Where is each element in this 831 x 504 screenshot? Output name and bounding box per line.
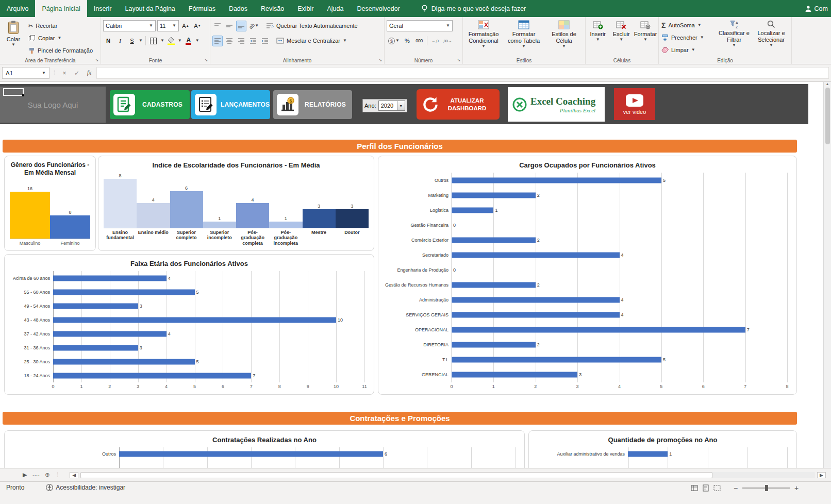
- increase-font-button[interactable]: A▲: [180, 21, 191, 31]
- new-sheet-button[interactable]: ⊕: [45, 472, 49, 478]
- scroll-right-icon[interactable]: ▶: [817, 472, 826, 478]
- scroll-left-icon[interactable]: ◀: [70, 472, 78, 478]
- relatorios-button[interactable]: $ RELATÓRIOS: [273, 90, 352, 119]
- conditional-formatting-button[interactable]: Formatação Condicional ▼: [464, 18, 503, 56]
- lancamentos-button[interactable]: LANÇAMENTOS: [191, 90, 270, 119]
- scroll-up-icon[interactable]: ▲: [826, 82, 829, 86]
- accessibility-status[interactable]: Acessibilidade: investigar: [46, 484, 125, 491]
- chevron-down-icon[interactable]: ▼: [139, 39, 143, 43]
- align-bottom-button[interactable]: [236, 21, 246, 31]
- cut-button[interactable]: ✂Recortar: [27, 20, 94, 31]
- zoom-in-button[interactable]: +: [793, 484, 800, 492]
- insert-cells-button[interactable]: Inserir ▼: [587, 18, 609, 56]
- scrollbar-thumb[interactable]: [80, 472, 712, 478]
- tell-me-search[interactable]: Diga-me o que você deseja fazer: [415, 0, 532, 17]
- zoom-slider[interactable]: [742, 488, 790, 489]
- underline-button[interactable]: S: [127, 36, 137, 46]
- vertical-scrollbar[interactable]: ▲: [823, 82, 831, 468]
- autosum-button[interactable]: ΣAutoSoma▼: [660, 20, 716, 31]
- horizontal-scrollbar[interactable]: ◀ ▶: [70, 472, 826, 478]
- page-break-view-button[interactable]: [713, 484, 721, 492]
- align-middle-button[interactable]: [224, 21, 235, 31]
- value-label: 0: [453, 223, 456, 228]
- tab-dados[interactable]: Dados: [222, 0, 254, 17]
- chevron-down-icon[interactable]: ▼: [195, 39, 200, 43]
- normal-view-button[interactable]: [691, 484, 698, 492]
- name-box[interactable]: A1▼: [2, 67, 49, 79]
- number-format-select[interactable]: Geral▼: [387, 20, 453, 31]
- cell-styles-button[interactable]: Estilos de Célula ▼: [544, 18, 584, 56]
- format-cells-button[interactable]: Formatar ▼: [634, 18, 657, 56]
- decrease-decimal-button[interactable]: ,00→: [442, 36, 453, 46]
- italic-button[interactable]: I: [115, 36, 125, 46]
- increase-decimal-button[interactable]: ←,0: [430, 36, 440, 46]
- font-color-button[interactable]: A: [184, 36, 194, 46]
- percent-format-button[interactable]: %: [402, 36, 412, 46]
- ver-video-button[interactable]: ver video: [614, 88, 655, 120]
- delete-cells-button[interactable]: Excluir ▼: [610, 18, 633, 56]
- borders-button[interactable]: [148, 36, 159, 46]
- tab-ajuda[interactable]: Ajuda: [320, 0, 350, 17]
- orientation-button[interactable]: ab▼: [248, 21, 260, 31]
- decrease-indent-button[interactable]: [248, 36, 258, 46]
- page-layout-view-button[interactable]: [702, 484, 709, 492]
- bar-row: Outros6: [10, 447, 519, 461]
- tab-inserir[interactable]: Inserir: [87, 0, 119, 17]
- thousands-format-button[interactable]: 000: [414, 36, 424, 46]
- confirm-entry-icon[interactable]: ✓: [72, 70, 82, 77]
- dialog-launcher-icon[interactable]: ↘: [203, 57, 209, 63]
- zoom-out-button[interactable]: −: [732, 484, 739, 492]
- tab-formulas[interactable]: Fórmulas: [182, 0, 222, 17]
- tab-exibir[interactable]: Exibir: [291, 0, 320, 17]
- align-top-button[interactable]: [212, 21, 223, 31]
- copy-button[interactable]: Copiar▼: [27, 32, 94, 44]
- sort-filter-button[interactable]: AZ Classificar e Filtrar ▼: [717, 18, 752, 56]
- format-painter-button[interactable]: Pincel de Formatação: [27, 45, 94, 56]
- font-family-select[interactable]: Calibri▼: [103, 20, 156, 31]
- insert-function-button[interactable]: fx: [84, 69, 94, 77]
- tab-revisao[interactable]: Revisão: [254, 0, 291, 17]
- align-left-button[interactable]: [212, 36, 223, 46]
- comments-button[interactable]: Com: [805, 0, 831, 17]
- clear-button[interactable]: Limpar▼: [660, 44, 716, 56]
- bold-button[interactable]: N: [103, 36, 113, 46]
- align-right-button[interactable]: [236, 36, 246, 46]
- tab-pagina-inicial[interactable]: Página Inicial: [35, 0, 87, 17]
- dialog-launcher-icon[interactable]: ↘: [377, 57, 383, 63]
- cadastros-button[interactable]: CADASTROS: [110, 90, 190, 119]
- wrap-text-button[interactable]: Quebrar Texto Automaticamente: [264, 20, 359, 31]
- selected-cell[interactable]: [3, 88, 24, 96]
- increase-indent-button[interactable]: [260, 36, 270, 46]
- scrollbar-track[interactable]: [80, 472, 815, 478]
- sheet-scroll-right-icon[interactable]: ▶: [23, 472, 27, 478]
- paste-button[interactable]: Colar ▼: [1, 18, 26, 56]
- tab-desenvolvedor[interactable]: Desenvolvedor: [350, 0, 406, 17]
- decrease-font-button[interactable]: A▼: [192, 21, 203, 31]
- tab-layout-da-pagina[interactable]: Layout da Página: [118, 0, 181, 17]
- dialog-launcher-icon[interactable]: ↘: [94, 57, 99, 63]
- currency-format-button[interactable]: $▼: [387, 36, 401, 46]
- dialog-launcher-icon[interactable]: ↘: [456, 57, 461, 63]
- chevron-down-icon[interactable]: ▼: [178, 39, 182, 43]
- fill-color-button[interactable]: [166, 36, 176, 46]
- formula-input[interactable]: [96, 67, 829, 79]
- year-dropdown[interactable]: 2020 ▼: [378, 100, 405, 111]
- atualizar-dashboard-button[interactable]: ATUALIZAR DASHBOARD: [417, 89, 500, 120]
- formula-bar-splitter[interactable]: ⋮: [52, 70, 57, 76]
- tab-arquivo[interactable]: Arquivo: [0, 0, 35, 17]
- merge-center-button[interactable]: Mesclar e Centralizar ▼: [275, 35, 348, 46]
- scrollbar-thumb[interactable]: [825, 88, 830, 144]
- bar-row: Administração4: [384, 293, 791, 308]
- fill-button[interactable]: Preencher▼: [660, 32, 716, 43]
- zoom-slider-thumb[interactable]: [765, 485, 768, 491]
- chevron-down-icon[interactable]: ▼: [160, 39, 164, 43]
- font-size-select[interactable]: 11▼: [157, 20, 179, 31]
- find-select-button[interactable]: Localizar e Selecionar ▼: [753, 18, 790, 56]
- cancel-entry-icon[interactable]: ×: [59, 70, 70, 77]
- x-axis: 01234567891011: [10, 382, 369, 390]
- align-center-button[interactable]: [224, 36, 235, 46]
- sheet-tabs-ellipsis[interactable]: ····: [32, 472, 40, 478]
- format-as-table-button[interactable]: Formatar como Tabela ▼: [504, 18, 543, 56]
- worksheet-area[interactable]: Sua Logo Aqui CADASTROS LANÇAMENTOS $ RE…: [0, 82, 831, 468]
- bars: Auxiliar administrativo de vendas1: [534, 447, 791, 468]
